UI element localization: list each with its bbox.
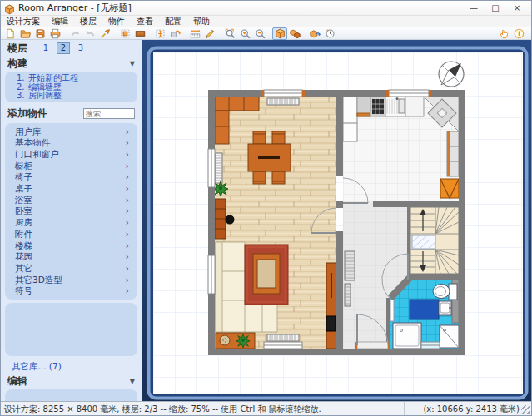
- build-section-header[interactable]: 构建 ▼: [1, 57, 142, 71]
- zoom-in-icon: [240, 28, 251, 39]
- floor-button-1[interactable]: 1: [39, 42, 52, 54]
- object-browser-icon: [290, 28, 301, 39]
- chevron-right-icon: ›: [126, 275, 129, 286]
- category-row[interactable]: 楼梯›: [5, 240, 137, 252]
- preview-panel: [5, 303, 137, 356]
- washing-machine[interactable]: [440, 325, 459, 348]
- zoom-to-selection-button[interactable]: [222, 27, 237, 40]
- category-row[interactable]: 附件›: [5, 229, 137, 240]
- more-libraries-link[interactable]: 其它库... (7): [1, 359, 142, 374]
- texture-editor-button[interactable]: [117, 27, 132, 40]
- redo-button[interactable]: [82, 27, 97, 40]
- tall-cabinet-fridge[interactable]: [343, 97, 357, 141]
- walkthrough-3d-button[interactable]: [307, 27, 322, 40]
- view-3d-button[interactable]: [272, 27, 287, 40]
- plant-icon[interactable]: [213, 181, 228, 196]
- chevron-right-icon: ›: [126, 240, 129, 252]
- collapse-arrow-icon[interactable]: ▼: [130, 60, 135, 67]
- maximize-button[interactable]: □: [485, 2, 506, 15]
- floor-plan-svg[interactable]: [142, 40, 532, 403]
- right-cabinets[interactable]: [447, 131, 459, 176]
- build-step-link[interactable]: 2.编辑墙壁: [5, 83, 137, 92]
- app-logo-icon: [4, 2, 15, 13]
- category-row[interactable]: 门口和窗户›: [5, 149, 137, 161]
- category-row[interactable]: 花园›: [5, 251, 137, 263]
- bath-sink[interactable]: [439, 301, 451, 315]
- radiator-bottom[interactable]: [267, 334, 299, 341]
- category-row[interactable]: 符号›: [5, 285, 137, 297]
- build-step-link[interactable]: 3.房间调整: [5, 92, 137, 101]
- history-icon: [325, 28, 336, 39]
- measure-tape-button[interactable]: [187, 27, 202, 40]
- zoom-to-selection-icon: [225, 28, 236, 39]
- zoom-out-button[interactable]: [252, 27, 267, 40]
- minimize-button[interactable]: —: [463, 2, 485, 15]
- menu-item[interactable]: 配置: [159, 16, 187, 27]
- open-project-icon: [20, 28, 31, 39]
- bath-mat[interactable]: [410, 300, 439, 319]
- category-row[interactable]: 用户库›: [5, 126, 137, 138]
- log-basket[interactable]: [440, 179, 459, 198]
- menu-item[interactable]: 楼层: [74, 16, 102, 27]
- hand-pointer-button[interactable]: [496, 27, 511, 40]
- menu-item[interactable]: 物件: [102, 16, 131, 27]
- materials-button[interactable]: [132, 27, 147, 40]
- move-objects-button[interactable]: [167, 27, 182, 40]
- search-input[interactable]: [83, 108, 135, 119]
- object-browser-button[interactable]: [287, 27, 302, 40]
- menu-item[interactable]: 查看: [131, 16, 159, 27]
- undo-button[interactable]: [67, 27, 82, 40]
- print-button[interactable]: [47, 27, 62, 40]
- category-row[interactable]: 桌子›: [5, 183, 137, 195]
- towel-radiator[interactable]: [390, 300, 394, 321]
- transform-selection-button[interactable]: [152, 27, 167, 40]
- category-row[interactable]: 厨房›: [5, 217, 137, 229]
- menu-item[interactable]: 帮助: [187, 16, 216, 27]
- history-button[interactable]: [322, 27, 337, 40]
- save-project-icon: [35, 28, 46, 39]
- collapse-arrow-icon[interactable]: ▼: [130, 378, 135, 385]
- categories-panel: 用户库›基本物件›门口和窗户›橱柜›椅子›桌子›浴室›卧室›厨房›附件›楼梯›花…: [5, 123, 137, 300]
- category-row[interactable]: 其它›: [5, 263, 137, 275]
- view-3d-icon: [275, 28, 286, 39]
- wardrobe-tv[interactable]: [326, 263, 337, 349]
- save-project-button[interactable]: [32, 27, 47, 40]
- toolbar-right-buttons: i: [496, 27, 531, 40]
- category-row[interactable]: 橱柜›: [5, 161, 137, 172]
- radiator-top[interactable]: [267, 98, 299, 105]
- materials-icon: [135, 28, 146, 39]
- coffee-table[interactable]: [253, 254, 280, 294]
- plant-icon[interactable]: [236, 334, 250, 348]
- build-step-link[interactable]: 1.开始新的工程: [5, 74, 137, 83]
- radiator-left[interactable]: [216, 153, 222, 183]
- zoom-in-button[interactable]: [237, 27, 252, 40]
- menu-item[interactable]: 编辑: [46, 16, 74, 27]
- plan-canvas[interactable]: [142, 40, 532, 403]
- add-objects-header: 添加物件: [1, 106, 142, 122]
- category-row[interactable]: 基本物件›: [5, 137, 137, 149]
- resize-grip[interactable]: [521, 405, 530, 414]
- draw-walls-button[interactable]: [202, 27, 217, 40]
- new-document-button[interactable]: [2, 27, 17, 40]
- edit-section-header[interactable]: 编辑 ▼: [1, 374, 142, 389]
- window-title: Room Arranger - [无标题]: [18, 1, 132, 16]
- category-row[interactable]: 卧室›: [5, 206, 137, 217]
- draw-walls-icon: [205, 28, 216, 39]
- format-painter-button[interactable]: [97, 27, 112, 40]
- floor-button-2[interactable]: 2: [57, 42, 70, 54]
- open-project-button[interactable]: [17, 27, 32, 40]
- zoom-out-icon: [255, 28, 266, 39]
- toilet[interactable]: [433, 284, 457, 300]
- floor-button-3[interactable]: 3: [74, 42, 87, 54]
- shower[interactable]: [393, 323, 421, 349]
- category-row[interactable]: 浴室›: [5, 195, 137, 206]
- floors-row: 楼层 123: [1, 40, 142, 57]
- close-button[interactable]: ×: [506, 2, 528, 15]
- chevron-right-icon: ›: [126, 195, 129, 206]
- kitchen-counter[interactable]: [357, 97, 424, 116]
- category-row[interactable]: 椅子›: [5, 171, 137, 183]
- info-button[interactable]: i: [511, 27, 526, 40]
- chevron-right-icon: ›: [126, 161, 129, 172]
- category-row[interactable]: 其它3D造型›: [5, 275, 137, 286]
- menu-item[interactable]: 设计方案: [1, 16, 46, 27]
